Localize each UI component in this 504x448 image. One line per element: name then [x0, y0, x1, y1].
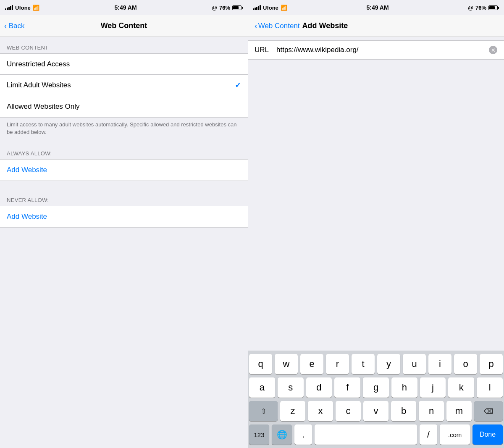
at-icon: @ [212, 5, 217, 11]
left-status-left: Ufone 📶 [5, 5, 39, 11]
right-carrier-name: Ufone [263, 5, 278, 11]
keyboard-row-2: a s d f g h j k l [249, 377, 503, 398]
unrestricted-access-item[interactable]: Unrestricted Access [0, 54, 248, 75]
url-input[interactable] [276, 46, 486, 54]
chevron-left-icon: ‹ [4, 21, 7, 30]
numbers-key[interactable]: 123 [249, 424, 269, 445]
keyboard-bottom-row: 123 🌐 . / .com Done [249, 424, 503, 445]
globe-key[interactable]: 🌐 [272, 424, 292, 445]
key-y[interactable]: y [377, 354, 400, 374]
right-at-icon: @ [468, 5, 473, 11]
always-allow-header: ALWAYS ALLOW: [0, 143, 248, 159]
right-status-right: @ 76% [468, 5, 499, 11]
key-p[interactable]: p [480, 354, 503, 374]
key-i[interactable]: i [428, 354, 452, 374]
back-button[interactable]: ‹ Back [4, 22, 24, 30]
never-allow-add-label: Add Website [7, 212, 47, 221]
never-allow-section: Add Website [0, 206, 248, 228]
web-content-footer: Limit access to many adult websites auto… [0, 118, 248, 143]
right-battery-percent: 76% [475, 5, 486, 11]
key-j[interactable]: j [420, 377, 446, 398]
key-c[interactable]: c [336, 401, 361, 421]
web-content-section-header: WEB CONTENT [0, 37, 248, 53]
right-signal-icon [253, 5, 261, 10]
battery-percent: 76% [219, 5, 230, 11]
right-nav-bar: ‹ Web Content Add Website [248, 15, 504, 37]
clear-button[interactable]: ✕ [489, 46, 497, 54]
key-m[interactable]: m [446, 401, 472, 421]
key-q[interactable]: q [249, 354, 272, 374]
always-allow-add-website[interactable]: Add Website [0, 160, 248, 181]
key-u[interactable]: u [403, 354, 426, 374]
keyboard-row-3: ⇧ z x c v b n m ⌫ [249, 401, 503, 421]
key-f[interactable]: f [334, 377, 360, 398]
never-allow-header: NEVER ALLOW: [0, 189, 248, 206]
key-d[interactable]: d [306, 377, 332, 398]
key-g[interactable]: g [363, 377, 389, 398]
key-a[interactable]: a [249, 377, 275, 398]
key-v[interactable]: v [363, 401, 388, 421]
unrestricted-access-label: Unrestricted Access [7, 60, 70, 68]
url-label: URL [255, 46, 271, 54]
left-nav-bar: ‹ Back Web Content [0, 15, 248, 37]
left-panel: Ufone 📶 5:49 AM @ 76% ‹ Back Web Content… [0, 0, 248, 448]
right-chevron-left-icon: ‹ [255, 21, 257, 30]
always-allow-section: Add Website [0, 159, 248, 181]
key-k[interactable]: k [448, 377, 474, 398]
keyboard-row-1: q w e r t y u i o p [249, 354, 503, 374]
right-empty-area [248, 60, 504, 351]
key-t[interactable]: t [352, 354, 375, 374]
limit-adult-label: Limit Adult Websites [7, 81, 71, 89]
left-status-bar: Ufone 📶 5:49 AM @ 76% [0, 0, 248, 15]
carrier-name: Ufone [15, 5, 31, 11]
space-key[interactable] [315, 424, 417, 445]
slash-key[interactable]: / [420, 424, 437, 445]
key-w[interactable]: w [275, 354, 298, 374]
done-key[interactable]: Done [472, 424, 503, 445]
key-s[interactable]: s [278, 377, 304, 398]
allowed-websites-item[interactable]: Allowed Websites Only [0, 96, 248, 117]
right-back-label: Web Content [258, 22, 300, 30]
url-row: URL ✕ [248, 40, 504, 60]
delete-key[interactable]: ⌫ [474, 401, 503, 421]
right-status-bar: Ufone 📶 5:49 AM @ 76% [248, 0, 504, 15]
allowed-websites-label: Allowed Websites Only [7, 102, 80, 111]
checkmark-icon: ✓ [235, 81, 241, 90]
page-title: Web Content [101, 21, 147, 30]
left-content: WEB CONTENT Unrestricted Access Limit Ad… [0, 37, 248, 448]
right-battery-icon [488, 5, 499, 10]
key-x[interactable]: x [308, 401, 333, 421]
key-h[interactable]: h [391, 377, 417, 398]
key-l[interactable]: l [477, 377, 503, 398]
key-z[interactable]: z [280, 401, 305, 421]
always-allow-add-label: Add Website [7, 166, 47, 174]
key-r[interactable]: r [326, 354, 349, 374]
right-time: 5:49 AM [366, 4, 388, 11]
wifi-icon: 📶 [33, 5, 39, 11]
shift-key[interactable]: ⇧ [249, 401, 278, 421]
left-status-right: @ 76% [212, 5, 243, 11]
never-allow-add-website[interactable]: Add Website [0, 206, 248, 227]
right-page-title: Add Website [302, 21, 348, 30]
keyboard: q w e r t y u i o p a s d f g h j k l ⇧ … [248, 351, 504, 448]
dot-key[interactable]: . [294, 424, 312, 445]
url-input-wrapper: ✕ [276, 46, 497, 54]
web-content-options: Unrestricted Access Limit Adult Websites… [0, 53, 248, 118]
battery-icon [232, 5, 243, 10]
dotcom-key[interactable]: .com [440, 424, 470, 445]
key-n[interactable]: n [419, 401, 444, 421]
right-back-button[interactable]: ‹ Web Content [255, 22, 300, 30]
right-wifi-icon: 📶 [281, 5, 287, 11]
signal-icon [5, 5, 13, 10]
right-panel: Ufone 📶 5:49 AM @ 76% ‹ Web Content Add … [248, 0, 504, 448]
back-label: Back [9, 22, 25, 30]
key-o[interactable]: o [454, 354, 477, 374]
limit-adult-item[interactable]: Limit Adult Websites ✓ [0, 75, 248, 96]
key-e[interactable]: e [300, 354, 323, 374]
left-time: 5:49 AM [114, 4, 136, 11]
key-b[interactable]: b [391, 401, 416, 421]
right-status-left: Ufone 📶 [253, 5, 287, 11]
